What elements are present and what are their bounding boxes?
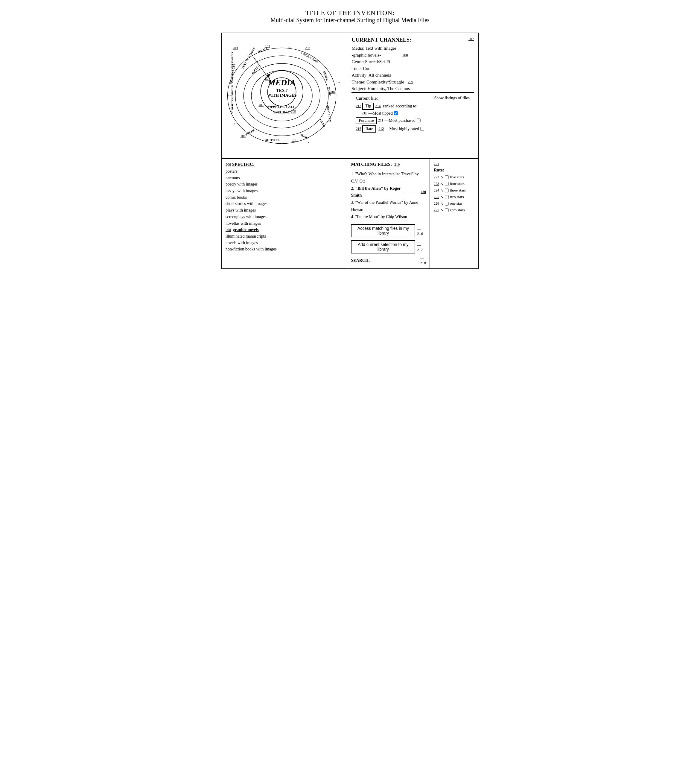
channel-ref-209: 209 (408, 79, 413, 85)
ref-215: 215 (356, 127, 361, 131)
svg-text:DESELECT ALL: DESELECT ALL (268, 105, 295, 109)
list-item: non-fiction books with images (225, 246, 343, 252)
ref-213: 213 (356, 104, 361, 108)
five-stars-checkbox[interactable] (445, 175, 449, 179)
svg-text:201: 201 (265, 77, 270, 80)
rate-ref-222: 222 (434, 174, 439, 180)
matching-ref: 219 (394, 162, 400, 167)
matching-ref-220: 220 (421, 189, 426, 195)
list-item: novels with images (225, 240, 343, 246)
title-line1: TITLE OF THE INVENTION: (222, 9, 478, 17)
matching-item-2: 2. "Bill the Alien" by Roger Smith 220 (351, 185, 426, 199)
zero-stars-checkbox[interactable] (445, 208, 449, 212)
channel-theme-row: Theme: Complexity/Struggle 209 (352, 79, 474, 85)
list-item: plays with images (225, 207, 343, 214)
specific-title: SPECIFIC: (232, 162, 255, 167)
list-item: novellas with images (225, 220, 343, 227)
channel-ref-208: 208 (402, 52, 408, 58)
ref-216: —216 (417, 227, 426, 236)
list-ref-208: 208 (225, 227, 231, 233)
svg-text:MUSIC: MUSIC (328, 87, 332, 96)
one-star-label: one star (450, 200, 462, 207)
add-btn-row: Add current selection to my library —217 (351, 240, 426, 255)
list-item: poetry with images (225, 181, 343, 188)
four-stars-checkbox[interactable] (445, 182, 449, 186)
svg-text:202: 202 (305, 46, 310, 50)
two-stars-checkbox[interactable] (445, 195, 449, 199)
svg-text:*: * (308, 141, 309, 145)
channel-graphic-novels: -graphic novels- (352, 52, 381, 58)
channel-subject: Subject: Humanity, The Cosmos (352, 85, 474, 92)
matching-title: MATCHING FILES: (351, 162, 392, 167)
five-stars-label: five stars (450, 174, 464, 180)
search-row: SEARCH: —218 (351, 256, 426, 265)
svg-text:VOICE/AUDIO: VOICE/AUDIO (300, 51, 319, 63)
svg-text:MEDIA: MEDIA (268, 78, 295, 87)
list-item: posters (225, 168, 343, 175)
svg-text:204: 204 (258, 103, 263, 107)
most-tipped-checkbox[interactable] (394, 111, 398, 115)
matching-item-1: 1. "Who's Who in Interstellar Travel" by… (351, 170, 426, 185)
search-label: SEARCH: (351, 258, 370, 263)
zero-stars-label: zero stars (450, 207, 465, 214)
rate-button[interactable]: Rate (362, 125, 376, 133)
svg-text:*: * (270, 141, 272, 145)
main-diagram: 203 103 202 107 104 106 105 TEXT TEXT W/… (222, 33, 478, 269)
matching-item-3: 3. "War of the Parallel Worlds" by Anne … (351, 199, 426, 214)
rate-ref-227: 227 (434, 207, 439, 213)
channels-area: CURRENT CHANNELS: 207 Media: Text with I… (347, 33, 478, 159)
bottom-right: MATCHING FILES: 219 1. "Who's Who in Int… (347, 159, 478, 269)
list-item: essays with images (225, 188, 343, 194)
three-stars-checkbox[interactable] (445, 189, 449, 192)
rate-title: Rate: (434, 168, 475, 173)
ref-218: —218 (420, 256, 426, 265)
rate-item-four: 223 ↘ four stars (434, 180, 475, 187)
most-rated-checkbox[interactable] (420, 127, 424, 131)
specific-ref: 206 (225, 162, 231, 167)
rate-ref: 221 (434, 162, 439, 166)
one-star-checkbox[interactable] (445, 202, 449, 205)
specific-list: posters cartoons poetry with images essa… (225, 168, 343, 252)
access-library-button[interactable]: Access matching files in my library (351, 224, 415, 237)
ref-212: 212 (378, 127, 384, 131)
svg-text:MUSIC VIDEO: MUSIC VIDEO (326, 104, 332, 122)
channel-media: Media: Text with Images (352, 45, 474, 52)
list-item: short stories with images (225, 200, 343, 207)
tip-button[interactable]: Tip (362, 103, 374, 110)
channel-graphic-novels-row: -graphic novels- 208 (352, 52, 474, 58)
svg-text:TEXT: TEXT (258, 47, 268, 55)
matching-files-area: MATCHING FILES: 219 1. "Who's Who in Int… (347, 159, 430, 269)
svg-text:VIDEO: VIDEO (319, 118, 326, 128)
rate-ref-226: 226 (434, 200, 439, 207)
list-graphic-novels: graphic novels (233, 227, 259, 233)
two-stars-label: two stars (450, 194, 464, 200)
svg-text:106: 106 (240, 134, 246, 138)
ref-214: 214 (375, 104, 380, 108)
svg-text:SPECIFIC: SPECIFIC (273, 110, 290, 114)
rate-item-three: 224 ↘ three stars (434, 187, 475, 194)
channel-tone: Tone: Cool (352, 65, 474, 72)
svg-text:203: 203 (233, 46, 238, 50)
channels-ref: 207 (468, 37, 474, 41)
rate-item-two: 225 ↘ two stars (434, 194, 475, 200)
svg-text:*: * (338, 81, 340, 85)
ref-210: 210 (362, 111, 367, 115)
ranked-label: ranked according to: (383, 104, 417, 108)
svg-text:SUBJE...: SUBJE... (251, 64, 260, 75)
dial-svg: 203 103 202 107 104 106 105 TEXT TEXT W/… (225, 36, 344, 155)
page-title: TITLE OF THE INVENTION: Multi-dial Syste… (222, 9, 478, 23)
purchase-button[interactable]: Purchase (356, 117, 377, 124)
svg-text:TEXT: TEXT (276, 88, 287, 93)
svg-text:105: 105 (292, 138, 297, 142)
search-input[interactable] (371, 258, 419, 263)
rate-ref-223: 223 (434, 181, 439, 187)
channel-activity: Activity: All channels (352, 72, 474, 79)
list-item: illuminated manuscripts (225, 233, 343, 240)
rate-item-five: 222 ↘ five stars (434, 174, 475, 180)
svg-text:ACTIVITY: ACTIVITY (265, 139, 279, 142)
most-purchased-checkbox[interactable] (417, 118, 421, 122)
most-tipped-label: —Most tipped (368, 111, 392, 116)
add-library-button[interactable]: Add current selection to my library (351, 240, 415, 254)
title-line2: Multi-dial System for Inter-channel Surf… (222, 17, 478, 23)
specific-area: 206 SPECIFIC: posters cartoons poetry wi… (222, 159, 347, 269)
